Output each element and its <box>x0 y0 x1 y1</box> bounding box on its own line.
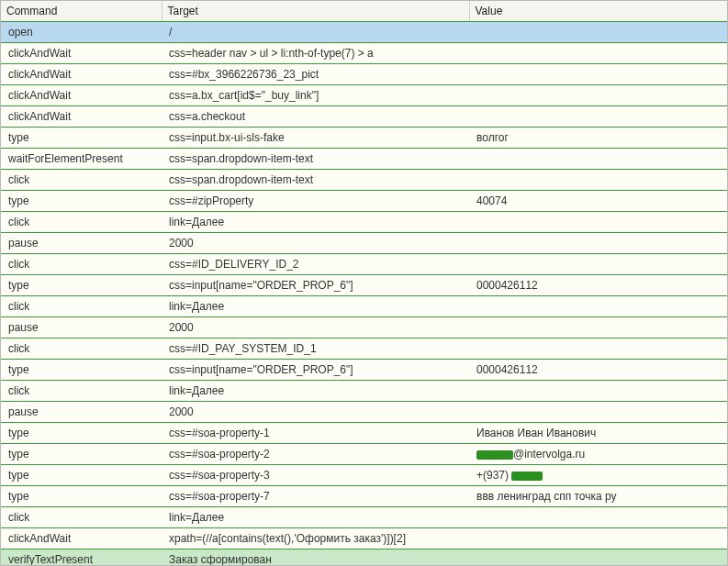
cell-value <box>469 212 727 233</box>
cell-target: css=header nav > ul > li:nth-of-type(7) … <box>162 43 469 64</box>
header-command[interactable]: Command <box>1 1 162 22</box>
cell-value <box>469 296 727 317</box>
command-table-container: Command Target Value open/clickAndWaitcs… <box>0 0 728 566</box>
table-row[interactable]: clickcss=#ID_DELIVERY_ID_2 <box>1 254 727 275</box>
cell-target: css=a.bx_cart[id$="_buy_link"] <box>162 85 469 106</box>
cell-command: click <box>1 212 162 233</box>
table-row[interactable]: clicklink=Далее <box>1 381 727 402</box>
cell-value: волгог <box>469 128 727 149</box>
table-row[interactable]: clicklink=Далее <box>1 296 727 317</box>
table-row[interactable]: clickAndWaitcss=#bx_3966226736_23_pict <box>1 64 727 85</box>
cell-command: waitForElementPresent <box>1 149 162 170</box>
cell-command: type <box>1 360 162 381</box>
cell-target: css=#soa-property-1 <box>162 423 469 444</box>
cell-command: click <box>1 381 162 402</box>
cell-command: clickAndWait <box>1 43 162 64</box>
cell-command: type <box>1 423 162 444</box>
table-row[interactable]: typecss=#soa-property-3+(937) <box>1 465 727 486</box>
cell-command: type <box>1 486 162 507</box>
cell-value: 0000426112 <box>469 360 727 381</box>
table-row[interactable]: typecss=#zipProperty40074 <box>1 191 727 212</box>
cell-value <box>469 106 727 128</box>
cell-target: css=span.dropdown-item-text <box>162 170 469 191</box>
cell-value <box>469 549 727 567</box>
table-row[interactable]: clickAndWaitcss=header nav > ul > li:nth… <box>1 43 727 64</box>
cell-value <box>469 402 727 423</box>
cell-value: 40074 <box>469 191 727 212</box>
cell-target: css=#soa-property-2 <box>162 444 469 465</box>
cell-target: css=#ID_DELIVERY_ID_2 <box>162 254 469 275</box>
cell-value <box>469 43 727 64</box>
cell-command: clickAndWait <box>1 64 162 85</box>
cell-target: link=Далее <box>162 507 469 528</box>
table-row[interactable]: clicklink=Далее <box>1 507 727 528</box>
cell-command: open <box>1 22 162 43</box>
table-row[interactable]: clickcss=#ID_PAY_SYSTEM_ID_1 <box>1 338 727 360</box>
cell-command: pause <box>1 402 162 423</box>
cell-command: click <box>1 296 162 317</box>
command-table-body: open/clickAndWaitcss=header nav > ul > l… <box>1 22 727 567</box>
table-row[interactable]: typecss=input[name="ORDER_PROP_6"]000042… <box>1 360 727 381</box>
cell-value: 0000426112 <box>469 275 727 296</box>
cell-target: css=a.checkout <box>162 106 469 128</box>
table-row[interactable]: pause2000 <box>1 317 727 338</box>
table-row[interactable]: clicklink=Далее <box>1 212 727 233</box>
cell-target: 2000 <box>162 317 469 338</box>
cell-target: css=#soa-property-7 <box>162 486 469 507</box>
cell-target: css=span.dropdown-item-text <box>162 149 469 170</box>
cell-value: Иванов Иван Иванович <box>469 423 727 444</box>
cell-value <box>469 22 727 43</box>
cell-value <box>469 528 727 549</box>
table-row[interactable]: typecss=input.bx-ui-sls-fakeволгог <box>1 128 727 149</box>
cell-command: type <box>1 191 162 212</box>
header-row: Command Target Value <box>1 1 727 22</box>
cell-value <box>469 381 727 402</box>
table-row[interactable]: typecss=#soa-property-2@intervolga.ru <box>1 444 727 465</box>
table-row[interactable]: typecss=input[name="ORDER_PROP_6"]000042… <box>1 275 727 296</box>
cell-command: verifyTextPresent <box>1 549 162 567</box>
cell-value <box>469 317 727 338</box>
cell-target: css=input[name="ORDER_PROP_6"] <box>162 275 469 296</box>
redacted-block <box>476 450 513 460</box>
cell-value: @intervolga.ru <box>469 444 727 465</box>
cell-target: css=input[name="ORDER_PROP_6"] <box>162 360 469 381</box>
redacted-block <box>511 472 543 481</box>
table-row[interactable]: pause2000 <box>1 233 727 254</box>
header-target[interactable]: Target <box>162 1 469 22</box>
cell-value: +(937) <box>469 465 727 486</box>
table-row[interactable]: clickAndWaitcss=a.checkout <box>1 106 727 128</box>
cell-command: click <box>1 507 162 528</box>
table-row[interactable]: clickcss=span.dropdown-item-text <box>1 170 727 191</box>
table-row[interactable]: waitForElementPresentcss=span.dropdown-i… <box>1 149 727 170</box>
table-row[interactable]: typecss=#soa-property-7ввв ленинград спп… <box>1 486 727 507</box>
cell-value <box>469 507 727 528</box>
cell-target: / <box>162 22 469 43</box>
cell-command: type <box>1 275 162 296</box>
command-table: Command Target Value open/clickAndWaitcs… <box>1 1 727 566</box>
table-row[interactable]: verifyTextPresentЗаказ сформирован <box>1 549 727 567</box>
cell-target: 2000 <box>162 402 469 423</box>
cell-value <box>469 254 727 275</box>
cell-command: click <box>1 338 162 360</box>
table-row[interactable]: clickAndWaitxpath=(//a[contains(text(),'… <box>1 528 727 549</box>
cell-value <box>469 64 727 85</box>
cell-command: pause <box>1 317 162 338</box>
cell-target: css=#soa-property-3 <box>162 465 469 486</box>
cell-target: xpath=(//a[contains(text(),'Оформить зак… <box>162 528 469 549</box>
header-value[interactable]: Value <box>469 1 727 22</box>
cell-command: type <box>1 444 162 465</box>
table-row[interactable]: pause2000 <box>1 402 727 423</box>
table-row[interactable]: clickAndWaitcss=a.bx_cart[id$="_buy_link… <box>1 85 727 106</box>
cell-target: css=#bx_3966226736_23_pict <box>162 64 469 85</box>
cell-value <box>469 233 727 254</box>
cell-target: css=#zipProperty <box>162 191 469 212</box>
cell-command: type <box>1 128 162 149</box>
cell-target: Заказ сформирован <box>162 549 469 567</box>
cell-command: type <box>1 465 162 486</box>
cell-target: link=Далее <box>162 212 469 233</box>
cell-value <box>469 338 727 360</box>
cell-target: css=#ID_PAY_SYSTEM_ID_1 <box>162 338 469 360</box>
cell-value <box>469 149 727 170</box>
table-row[interactable]: typecss=#soa-property-1Иванов Иван Ивано… <box>1 423 727 444</box>
table-row[interactable]: open/ <box>1 22 727 43</box>
